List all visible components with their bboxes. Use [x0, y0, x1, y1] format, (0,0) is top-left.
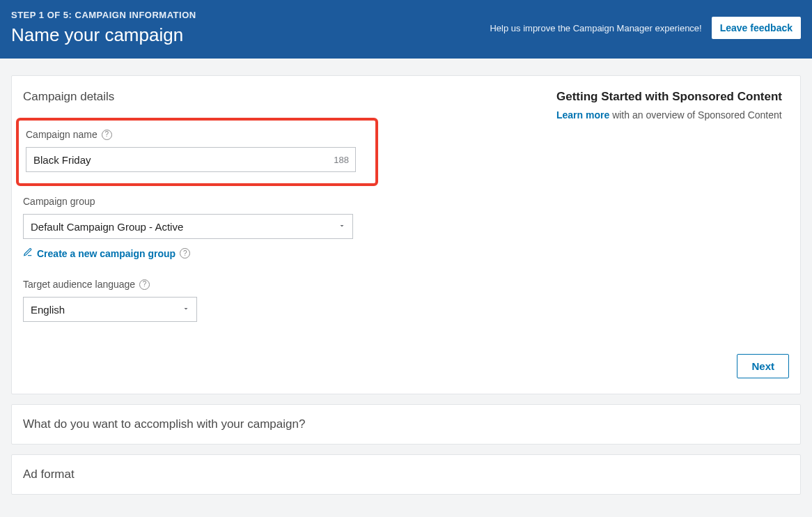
page-title: Name your campaign	[11, 24, 196, 46]
getting-started-sidebar: Getting Started with Sponsored Content L…	[529, 90, 789, 334]
getting-started-text: Learn more with an overview of Sponsored…	[556, 109, 789, 121]
learn-more-suffix: with an overview of Sponsored Content	[609, 109, 781, 121]
campaign-name-input[interactable]	[26, 147, 356, 172]
language-label: Target audience language ?	[23, 279, 529, 290]
bottom-action-bar: Delete campaign Save as draft Next	[11, 504, 801, 517]
next-button[interactable]: Next	[737, 354, 789, 378]
help-icon[interactable]: ?	[139, 279, 150, 290]
page-header: STEP 1 OF 5: CAMPAIGN INFORMATION Name y…	[0, 0, 812, 59]
accomplish-title: What do you want to accomplish with your…	[23, 417, 305, 431]
campaign-name-label-text: Campaign name	[26, 129, 97, 140]
leave-feedback-button[interactable]: Leave feedback	[712, 17, 801, 39]
header-left: STEP 1 OF 5: CAMPAIGN INFORMATION Name y…	[11, 10, 196, 46]
ad-format-title: Ad format	[23, 468, 75, 481]
edit-icon	[23, 247, 33, 259]
campaign-form: Campaign details Campaign name ? 188 Cam…	[23, 90, 529, 334]
help-icon[interactable]: ?	[102, 130, 112, 140]
campaign-group-field: Campaign group Default Campaign Group - …	[23, 196, 529, 259]
campaign-name-highlight: Campaign name ? 188	[16, 118, 378, 186]
campaign-details-title: Campaign details	[23, 90, 529, 104]
campaign-details-panel: Campaign details Campaign name ? 188 Cam…	[11, 75, 801, 394]
campaign-group-select[interactable]: Default Campaign Group - Active	[23, 214, 353, 239]
panel-footer: Next	[23, 354, 789, 378]
campaign-group-value: Default Campaign Group - Active	[31, 221, 183, 233]
step-indicator: STEP 1 OF 5: CAMPAIGN INFORMATION	[11, 10, 196, 20]
getting-started-heading: Getting Started with Sponsored Content	[556, 90, 789, 104]
learn-more-link[interactable]: Learn more	[556, 109, 609, 121]
campaign-group-label-text: Campaign group	[23, 196, 95, 207]
improve-text: Help us improve the Campaign Manager exp…	[490, 23, 701, 33]
language-select[interactable]: English	[23, 297, 197, 322]
campaign-group-label: Campaign group	[23, 196, 529, 207]
language-label-text: Target audience language	[23, 279, 135, 290]
create-campaign-group-link[interactable]: Create a new campaign group	[37, 248, 175, 259]
header-right: Help us improve the Campaign Manager exp…	[490, 17, 801, 39]
create-group-row: Create a new campaign group ?	[23, 247, 529, 259]
help-icon[interactable]: ?	[180, 248, 190, 258]
accomplish-panel[interactable]: What do you want to accomplish with your…	[11, 404, 801, 445]
content-area: Campaign details Campaign name ? 188 Cam…	[0, 59, 812, 517]
ad-format-panel[interactable]: Ad format	[11, 454, 801, 495]
language-value: English	[31, 304, 65, 316]
campaign-name-label: Campaign name ?	[26, 129, 368, 140]
language-field: Target audience language ? English	[23, 279, 529, 322]
